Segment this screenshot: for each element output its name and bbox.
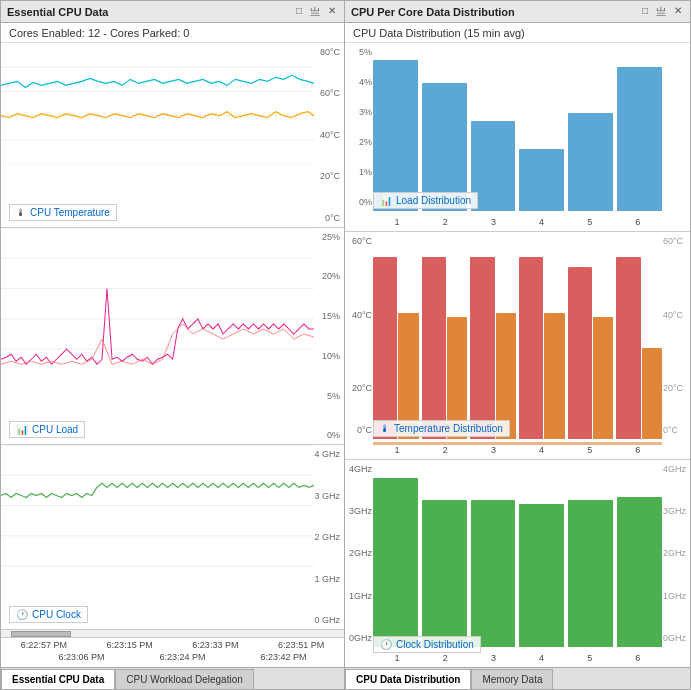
x-time-5: 6:23:06 PM bbox=[58, 652, 104, 662]
clock-svg bbox=[1, 445, 314, 566]
x-time-6: 6:23:24 PM bbox=[159, 652, 205, 662]
load-bar-5 bbox=[568, 47, 613, 211]
load-dist-icon: 📊 bbox=[380, 195, 392, 206]
clock-dist-icon: 🕐 bbox=[380, 639, 392, 650]
temperature-svg bbox=[1, 43, 314, 164]
left-charts-area: 80°C 60°C 40°C 20°C 0°C bbox=[1, 43, 344, 629]
temp-bar-group-1 bbox=[373, 236, 419, 438]
right-minimize-btn[interactable]: □ bbox=[640, 5, 650, 19]
clock-chart-section: 4 GHz 3 GHz 2 GHz 1 GHz 0 GHz 🕐 bbox=[1, 445, 344, 629]
temp-dist-y-left: 60°C 40°C 20°C 0°C bbox=[347, 232, 372, 438]
load-dist-y-right bbox=[663, 43, 688, 211]
left-controls: □ 亗 ✕ bbox=[294, 5, 338, 19]
left-tab-essential[interactable]: Essential CPU Data bbox=[1, 669, 115, 689]
temp-y-20: 20°C bbox=[320, 171, 340, 181]
clock-bar-6 bbox=[617, 464, 662, 647]
load-label: 📊 CPU Load bbox=[9, 421, 85, 438]
right-panel: CPU Per Core Data Distribution □ 亗 ✕ CPU… bbox=[345, 0, 691, 690]
clock-dist-y-right: 4GHz 3GHz 2GHz 1GHz 0GHz bbox=[663, 460, 688, 647]
left-tab-workload[interactable]: CPU Workload Delegation bbox=[115, 669, 254, 689]
temp-dist-section: 60°C 40°C 20°C 0°C 60°C 40°C 20°C 0°C bbox=[345, 232, 690, 459]
clock-dist-label: 🕐 Clock Distribution bbox=[373, 636, 481, 653]
right-close-btn[interactable]: ✕ bbox=[672, 5, 684, 19]
temp-dist-bars bbox=[373, 236, 662, 438]
temp-bar-group-4 bbox=[519, 236, 565, 438]
clock-bar-1 bbox=[373, 464, 418, 647]
left-title: Essential CPU Data bbox=[7, 6, 108, 18]
clock-bar-4 bbox=[519, 464, 564, 647]
clock-y-2g: 2 GHz bbox=[314, 532, 340, 542]
temp-y-0: 0°C bbox=[320, 213, 340, 223]
load-y-10: 10% bbox=[322, 351, 340, 361]
clock-bar-5 bbox=[568, 464, 613, 647]
load-chart-section: 25% 20% 15% 10% 5% 0% bbox=[1, 228, 344, 446]
right-pin-btn[interactable]: 亗 bbox=[654, 5, 668, 19]
clock-y-1g: 1 GHz bbox=[314, 574, 340, 584]
left-minimize-btn[interactable]: □ bbox=[294, 5, 304, 19]
temp-dist-label: 🌡 Temperature Distribution bbox=[373, 420, 510, 437]
clock-y-0g: 0 GHz bbox=[314, 615, 340, 625]
temperature-label: 🌡 CPU Temperature bbox=[9, 204, 117, 221]
left-x-axis: 6:22:57 PM 6:23:15 PM 6:23:33 PM 6:23:51… bbox=[1, 637, 344, 667]
x-axis-row1: 6:22:57 PM 6:23:15 PM 6:23:33 PM 6:23:51… bbox=[1, 638, 344, 650]
right-subtitle: CPU Data Distribution (15 min avg) bbox=[345, 23, 690, 43]
left-scrollbar[interactable] bbox=[1, 629, 344, 637]
clock-dist-bars bbox=[373, 464, 662, 647]
clock-y-axis: 4 GHz 3 GHz 2 GHz 1 GHz 0 GHz bbox=[314, 445, 340, 629]
bar-icon: 📊 bbox=[16, 424, 28, 435]
clock-bar-3 bbox=[471, 464, 516, 647]
load-y-15: 15% bbox=[322, 311, 340, 321]
load-dist-x-axis: 1 2 3 4 5 6 bbox=[373, 217, 662, 227]
temperature-chart-section: 80°C 60°C 40°C 20°C 0°C bbox=[1, 43, 344, 228]
clock-y-4g: 4 GHz bbox=[314, 449, 340, 459]
x-time-4: 6:23:51 PM bbox=[278, 640, 324, 650]
temp-y-axis: 80°C 60°C 40°C 20°C 0°C bbox=[320, 43, 340, 227]
right-tab-memory[interactable]: Memory Data bbox=[471, 669, 553, 689]
x-time-3: 6:23:33 PM bbox=[192, 640, 238, 650]
clock-bar-2 bbox=[422, 464, 467, 647]
temp-bar-group-2 bbox=[422, 236, 468, 438]
load-bar-2 bbox=[422, 47, 467, 211]
temp-y-40: 40°C bbox=[320, 130, 340, 140]
load-y-25: 25% bbox=[322, 232, 340, 242]
load-y-axis: 25% 20% 15% 10% 5% 0% bbox=[322, 228, 340, 445]
thermometer-icon: 🌡 bbox=[16, 207, 26, 218]
temp-dist-x-axis: 1 2 3 4 5 6 bbox=[373, 445, 662, 455]
temp-bar-group-3 bbox=[470, 236, 516, 438]
x-time-1: 6:22:57 PM bbox=[21, 640, 67, 650]
cpu-clock-label: 🕐 CPU Clock bbox=[9, 606, 88, 623]
load-bar-4 bbox=[519, 47, 564, 211]
right-tab-cpu[interactable]: CPU Data Distribution bbox=[345, 669, 471, 689]
load-y-0: 0% bbox=[322, 430, 340, 440]
right-controls: □ 亗 ✕ bbox=[640, 5, 684, 19]
load-bar-6-inner bbox=[617, 67, 662, 212]
left-panel: Essential CPU Data □ 亗 ✕ Cores Enabled: … bbox=[0, 0, 345, 690]
load-bar-1 bbox=[373, 47, 418, 211]
left-pin-btn[interactable]: 亗 bbox=[308, 5, 322, 19]
x-time-7: 6:23:42 PM bbox=[260, 652, 306, 662]
load-bar-4-inner bbox=[519, 149, 564, 212]
right-tab-bar: CPU Data Distribution Memory Data bbox=[345, 667, 690, 689]
load-dist-label: 📊 Load Distribution bbox=[373, 192, 478, 209]
temp-bar-group-5 bbox=[568, 236, 614, 438]
clock-icon: 🕐 bbox=[16, 609, 28, 620]
load-dist-section: 5% 4% 3% 2% 1% 0% bbox=[345, 43, 690, 232]
load-bar-3 bbox=[471, 47, 516, 211]
temp-bar-group-6 bbox=[616, 236, 662, 438]
load-y-20: 20% bbox=[322, 271, 340, 281]
left-subtitle: Cores Enabled: 12 - Cores Parked: 0 bbox=[1, 23, 344, 43]
x-axis-row2: 6:23:06 PM 6:23:24 PM 6:23:42 PM bbox=[1, 650, 344, 662]
left-titlebar: Essential CPU Data □ 亗 ✕ bbox=[1, 1, 344, 23]
left-tab-bar: Essential CPU Data CPU Workload Delegati… bbox=[1, 667, 344, 689]
load-dist-y-left: 5% 4% 3% 2% 1% 0% bbox=[347, 43, 372, 211]
clock-y-3g: 3 GHz bbox=[314, 491, 340, 501]
temp-y-60: 60°C bbox=[320, 88, 340, 98]
temp-dist-icon: 🌡 bbox=[380, 423, 390, 434]
right-title: CPU Per Core Data Distribution bbox=[351, 6, 515, 18]
load-dist-bars bbox=[373, 47, 662, 211]
left-close-btn[interactable]: ✕ bbox=[326, 5, 338, 19]
load-svg bbox=[1, 228, 314, 379]
load-bar-5-inner bbox=[568, 113, 613, 212]
temp-y-80: 80°C bbox=[320, 47, 340, 57]
load-bar-6 bbox=[617, 47, 662, 211]
